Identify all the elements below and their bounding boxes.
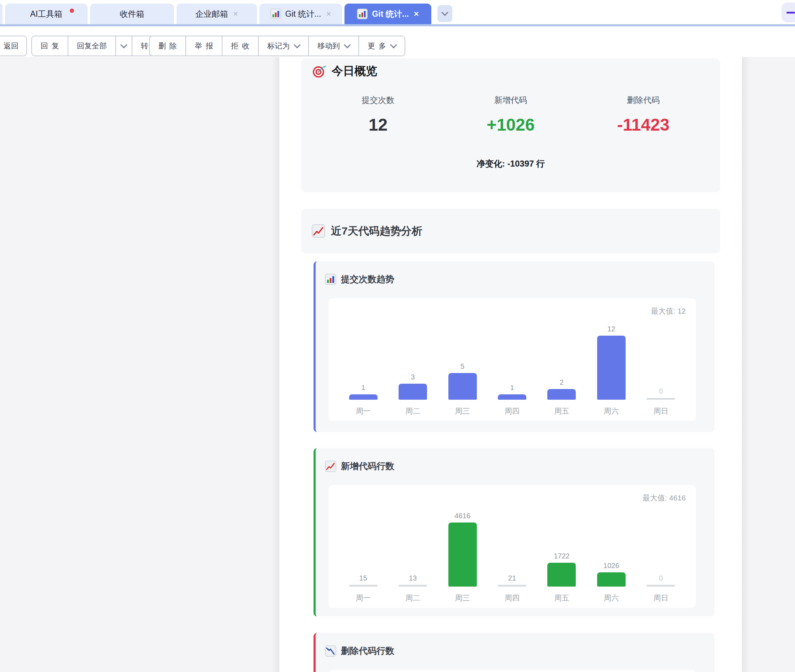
day-label: 周三	[455, 406, 470, 415]
chevron-down-icon	[294, 41, 301, 48]
toolbar-button-标记为[interactable]: 标记为	[258, 36, 308, 56]
stat-label: 提交次数	[312, 95, 445, 106]
day-label: 周五	[554, 406, 569, 415]
stat-value: +1026	[445, 115, 577, 134]
chart-column-周日: 0周日	[636, 323, 686, 415]
stat-label: 删除代码	[577, 95, 710, 106]
chart-column-周六: 12周六	[587, 323, 636, 415]
tab-label: AI工具箱	[30, 8, 62, 19]
bar-value-label: 2	[560, 378, 564, 387]
stat-提交次数: 提交次数12	[312, 95, 445, 134]
day-label: 周二	[405, 593, 420, 602]
bar-chart-icon	[357, 8, 368, 19]
chart-column-周六: 1026周六	[587, 510, 636, 602]
day-label: 周日	[653, 406, 668, 415]
minimize-dash-icon	[787, 12, 795, 14]
trend-up-icon	[325, 461, 336, 472]
chart-column-周四: 1周四	[487, 323, 537, 415]
bar-value-label: 5	[461, 362, 464, 371]
bar	[448, 523, 477, 587]
trend-title-text: 近7天代码趋势分析	[331, 224, 422, 238]
bar	[398, 585, 427, 587]
back-button-label: 返回	[3, 41, 19, 51]
day-label: 周五	[554, 593, 569, 602]
chart-column-周五: 1722周五	[537, 510, 587, 602]
corner-widget-button[interactable]	[782, 3, 795, 22]
stat-value: -11423	[577, 115, 710, 134]
chart-max-value-label: 最大值: 12	[651, 306, 686, 316]
bar-value-label: 3	[411, 373, 415, 381]
toolbar-button-label: 更多	[368, 41, 390, 51]
bar	[646, 398, 675, 400]
bar-value-label: 1	[361, 384, 365, 392]
tab-partial[interactable]	[0, 3, 3, 24]
toolbar-button-label: 标记为	[267, 41, 290, 51]
tab-Git-统计-[interactable]: Git 统计...×	[259, 3, 342, 24]
chart-column-周一: 15周一	[338, 510, 388, 602]
chart-panel: 最大值: 12 1周一3周二5周三1周四2周五12周六0周日	[328, 298, 696, 421]
tab-overflow-button[interactable]	[437, 5, 452, 22]
tab-active-Git-统计-[interactable]: Git 统计...×	[344, 3, 431, 24]
toolbar-button-拒收[interactable]: 拒收	[222, 36, 258, 56]
chart-panel: 最大值: 4616 15周一13周二4616周三21周四1722周五1026周六…	[328, 485, 696, 608]
stat-label: 新增代码	[445, 95, 577, 106]
bar	[547, 563, 576, 587]
bar	[597, 336, 625, 400]
day-label: 周四	[505, 406, 520, 415]
close-tab-icon[interactable]: ×	[326, 10, 331, 18]
toolbar-button-更多[interactable]: 更多	[358, 36, 405, 56]
day-label: 周一	[356, 593, 371, 602]
bar-value-label: 1722	[554, 552, 570, 560]
toolbar-dropdown-回复全部[interactable]	[115, 36, 132, 56]
chart-column-周三: 5周三	[438, 323, 487, 415]
overview-stats-row: 提交次数12新增代码+1026删除代码-11423	[312, 95, 710, 134]
toolbar-button-回复[interactable]: 回复	[32, 36, 67, 56]
bar-value-label: 0	[659, 387, 663, 395]
toolbar-button-label: 删除	[158, 41, 181, 51]
chart-panel	[328, 670, 696, 672]
bar	[349, 585, 378, 587]
day-label: 周一	[356, 406, 371, 415]
back-button[interactable]: 返回	[0, 35, 27, 56]
tab-企业邮箱[interactable]: 企业邮箱×	[176, 3, 257, 24]
tab-label: 收件箱	[120, 8, 144, 19]
bar-value-label: 15	[360, 574, 367, 582]
bar	[349, 394, 378, 400]
bar-value-label: 1026	[603, 562, 619, 570]
toolbar-button-举报[interactable]: 举报	[186, 36, 222, 56]
tab-label: Git 统计...	[285, 8, 322, 19]
chart-column-周一: 1周一	[338, 323, 388, 415]
browser-tab-bar: AI工具箱收件箱企业邮箱×Git 统计...×Git 统计...×	[0, 0, 795, 24]
stat-删除代码: 删除代码-11423	[577, 95, 710, 134]
close-tab-icon[interactable]: ×	[414, 10, 419, 18]
trend-down-icon	[325, 645, 336, 657]
chart-section-title: 删除代码行数	[341, 645, 394, 657]
bar-value-label: 12	[608, 325, 615, 333]
day-label: 周日	[653, 593, 668, 602]
stat-value: 12	[312, 115, 445, 134]
notification-dot	[70, 8, 74, 13]
mail-toolbar: 返回 回复回复全部转发 删除举报拒收标记为移动到更多	[0, 26, 795, 57]
toolbar-button-删除[interactable]: 删除	[150, 36, 186, 56]
day-label: 周六	[604, 593, 619, 602]
tab-AI工具箱[interactable]: AI工具箱	[5, 3, 88, 24]
toolbar-button-label: 举报	[195, 41, 217, 51]
overview-title: 今日概览	[312, 63, 710, 79]
overview-title-text: 今日概览	[332, 63, 377, 79]
toolbar-button-移动到[interactable]: 移动到	[308, 36, 358, 56]
chart-section-title: 提交次数趋势	[341, 274, 394, 285]
tab-label: Git 统计...	[372, 8, 409, 19]
trend-up-icon	[312, 224, 325, 238]
tab-收件箱[interactable]: 收件箱	[90, 3, 174, 24]
bar	[398, 384, 427, 400]
chart-column-周五: 2周五	[537, 323, 587, 415]
toolbar-button-回复全部[interactable]: 回复全部	[67, 36, 115, 56]
day-label: 周三	[455, 593, 470, 602]
bar	[448, 373, 477, 400]
chevron-down-icon	[120, 41, 127, 48]
close-tab-icon[interactable]: ×	[233, 10, 238, 18]
chart-max-value-label: 最大值: 4616	[643, 493, 686, 503]
tab-strip: AI工具箱收件箱企业邮箱×Git 统计...×Git 统计...×	[0, 3, 431, 24]
bar	[498, 394, 526, 400]
mail-list-pane-empty	[0, 57, 279, 672]
